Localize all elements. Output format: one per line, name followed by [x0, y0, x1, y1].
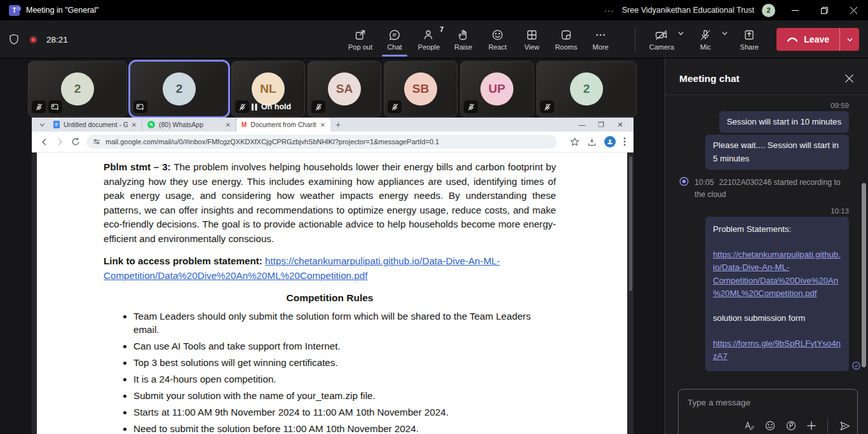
loop-component-icon[interactable] [785, 420, 797, 431]
attach-plus-icon[interactable] [806, 421, 817, 431]
avatar: 2 [61, 72, 94, 105]
chat-label: Chat [387, 43, 402, 51]
viewer-scrollbar [629, 156, 632, 291]
chat-message-list[interactable]: 09:59 Session will start in 10 minutes P… [665, 102, 868, 371]
shield-icon[interactable] [8, 33, 20, 46]
pop-out-label: Pop out [348, 43, 372, 51]
window-title: Meeting in "General" [26, 6, 99, 15]
url-text: mail.google.com/mail/u/0/#inbox/FMfcgzQX… [105, 138, 439, 146]
problem-statement-text: The problem involves helping households … [104, 161, 556, 244]
hangup-phone-icon [787, 36, 798, 43]
browser-tab-whatsapp: (80) WhatsApp ✕ [142, 118, 236, 132]
people-button[interactable]: 7 People [412, 21, 446, 58]
camera-button[interactable]: Camera [644, 21, 679, 58]
menu-kebab-icon [623, 137, 626, 146]
format-icon[interactable] [743, 420, 755, 431]
participant-tile[interactable]: UP [460, 61, 534, 117]
url-omnibox: mail.google.com/mail/u/0/#inbox/FMfcgzQX… [86, 135, 557, 149]
chat-message-bubble: Session will start in 10 minutes [719, 111, 849, 133]
rule-item: Starts at 11:00 AM 9th November 2024 to … [133, 405, 556, 419]
participant-tile[interactable]: 2 [28, 61, 127, 117]
rule-item: Can use AI Tools and take support from I… [133, 339, 556, 353]
system-message-time: 10:05 [695, 178, 714, 187]
minimize-button[interactable] [780, 0, 810, 20]
reload-icon [71, 137, 80, 146]
leave-button[interactable]: Leave [776, 28, 859, 51]
org-name: Sree Vidyanikethan Educational Trust [622, 6, 754, 15]
tab-search-chevron-icon [36, 122, 48, 128]
browser-close-icon: ✕ [611, 121, 630, 129]
react-button[interactable]: React [480, 21, 515, 58]
browser-tab-docs: Untitled document - Google D ✕ [48, 118, 142, 132]
view-button[interactable]: View [515, 21, 549, 58]
titlebar-overflow-icon[interactable]: ··· [604, 6, 614, 15]
submission-form-chat-link[interactable]: https://forms.gle/9bSpRLFytYso4nzA7 [713, 337, 841, 363]
rule-item: Top 3 best solutions will get winning ce… [133, 356, 556, 369]
browser-window-controls: — ❐ ✕ [573, 118, 630, 132]
more-button[interactable]: More [583, 21, 618, 58]
participant-tile-on-hold[interactable]: NL On hold [231, 61, 305, 117]
chat-scrollbar[interactable] [862, 183, 866, 367]
meeting-timer: 28:21 [46, 35, 68, 44]
forward-icon [55, 137, 65, 147]
tab-title: Document from Charith - chari [250, 121, 316, 128]
people-label: People [418, 43, 440, 51]
send-icon[interactable] [839, 420, 851, 432]
recording-indicator-dot [29, 36, 37, 44]
whatsapp-icon [147, 121, 155, 128]
tab-title: (80) WhatsApp [159, 121, 222, 128]
system-message-text: 22102A030246 started recording to the cl… [695, 178, 841, 199]
share-button[interactable]: Share [732, 21, 766, 58]
message-composer [678, 389, 858, 434]
browser-tab-strip: Untitled document - Google D ✕ (80) What… [32, 118, 634, 132]
problem-statement-chat-link[interactable]: https://chetankumarpulipati.github.io/Da… [713, 248, 841, 301]
recording-system-message: 10:0522102A030246 started recording to t… [679, 177, 849, 201]
close-window-button[interactable] [839, 0, 868, 20]
mic-off-icon [311, 100, 325, 113]
problem-statement-link-line: Link to access problem statement: https:… [104, 254, 556, 283]
rooms-button[interactable]: Rooms [549, 21, 583, 58]
site-info-icon [93, 138, 100, 146]
chat-close-icon[interactable] [844, 74, 854, 83]
leave-label: Leave [804, 34, 829, 44]
chat-button[interactable]: Chat [377, 21, 412, 58]
back-icon [39, 137, 49, 147]
chat-panel-title: Meeting chat [679, 73, 740, 85]
meeting-chat-panel: Meeting chat 09:59 Session will start in… [665, 58, 868, 434]
profile-avatar [604, 136, 616, 147]
react-label: React [489, 43, 507, 51]
rule-item: It is a 24-hours open competition. [133, 372, 556, 386]
mic-off-icon [32, 100, 46, 113]
mic-off-icon [388, 100, 402, 113]
google-docs-icon [53, 121, 60, 128]
tab-close-icon: ✕ [320, 121, 325, 128]
link-label: Link to access problem statement: [104, 255, 265, 266]
rooms-label: Rooms [555, 43, 578, 51]
competition-rules-heading: Competition Rules [104, 292, 556, 304]
mic-button[interactable]: Mic [688, 21, 722, 58]
sent-checkmark-icon [852, 362, 860, 370]
shared-screen-content[interactable]: Untitled document - Google D ✕ (80) What… [32, 118, 634, 434]
mic-off-icon [540, 100, 554, 113]
restore-button[interactable] [810, 0, 839, 20]
attachment-viewer: Pblm stmt – 3: The problem involves help… [32, 153, 634, 434]
rule-item: Team Leaders should only submit the solu… [133, 309, 556, 336]
chat-timestamp: 10:13 [679, 207, 849, 215]
participant-tile-selected[interactable]: 2 [130, 61, 229, 117]
participant-tile[interactable]: SB [384, 61, 458, 117]
meeting-toolbar: 28:21 Pop out Chat 7 People Raise [0, 20, 868, 58]
org-avatar-badge[interactable]: 2 [762, 4, 775, 17]
competition-rules-list: Team Leaders should only submit the solu… [104, 309, 556, 434]
participant-tile[interactable]: SA [308, 61, 381, 117]
message-line: solution submission form [713, 312, 841, 325]
participant-tile[interactable]: 2 [536, 61, 637, 117]
rule-item: Submit your solution with the name of yo… [133, 389, 556, 402]
avatar: 2 [570, 72, 603, 105]
message-input[interactable] [679, 390, 825, 407]
problem-statement-paragraph: Pblm stmt – 3: The problem involves help… [104, 160, 556, 246]
avatar: SA [328, 72, 361, 105]
emoji-icon[interactable] [764, 420, 776, 431]
raise-hand-button[interactable]: Raise [446, 21, 480, 58]
leave-options-chevron-icon[interactable] [840, 28, 859, 51]
pop-out-button[interactable]: Pop out [343, 21, 377, 58]
